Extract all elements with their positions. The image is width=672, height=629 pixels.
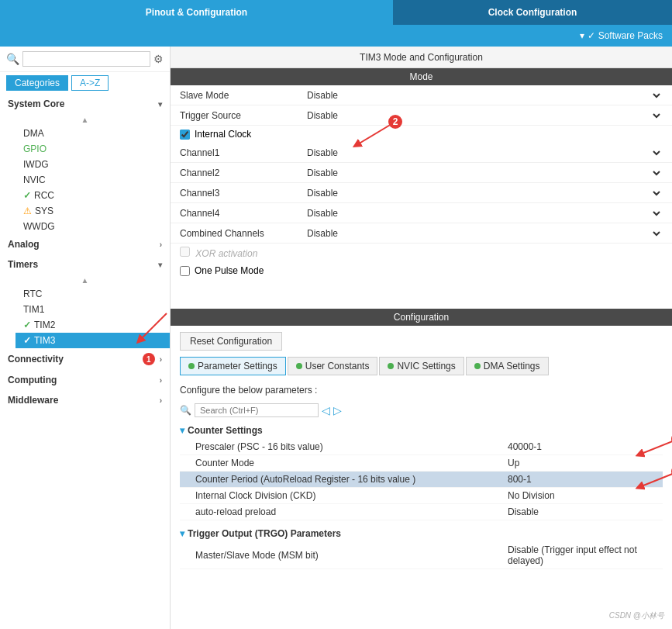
dot-icon <box>188 363 195 369</box>
dot-icon <box>474 363 481 369</box>
section-analog[interactable]: Analog › <box>0 234 170 254</box>
channel4-select[interactable]: Disable <box>304 207 663 219</box>
sub-header-left <box>0 25 393 47</box>
counter-mode-row: Counter Mode Up <box>180 455 663 472</box>
software-packs-btn[interactable]: ▾ ✓ Software Packs <box>393 25 672 47</box>
next-result-icon[interactable]: ▷ <box>333 404 342 416</box>
check-icon: ✓ <box>23 320 31 330</box>
channel1-label: Channel1 <box>180 147 304 158</box>
rcc-label: RCC <box>34 190 54 201</box>
trigger-source-row: Trigger Source Disable <box>171 105 672 126</box>
section-timers[interactable]: Timers ▾ <box>0 254 170 275</box>
chevron-down-icon: ▾ <box>158 261 162 269</box>
content-area: TIM3 Mode and Configuration Mode Slave M… <box>171 47 672 629</box>
sidebar-item-rcc[interactable]: ✓ RCC <box>16 188 170 203</box>
config-section-header: Configuration <box>171 309 672 326</box>
dot-icon <box>296 363 302 369</box>
channel4-label: Channel4 <box>180 208 304 219</box>
sidebar-item-rtc[interactable]: RTC <box>16 286 170 302</box>
counter-period-name: Counter Period (AutoReload Register - 16… <box>195 474 508 485</box>
sidebar-item-nvic[interactable]: NVIC <box>16 172 170 188</box>
sidebar-item-gpio[interactable]: GPIO <box>16 141 170 157</box>
settings-icon[interactable]: ⚙ <box>153 53 164 65</box>
parameter-search-row: 🔍 ◁ ▷ <box>171 402 672 419</box>
counter-settings-label: Counter Settings <box>188 425 263 436</box>
section-computing[interactable]: Computing › <box>0 370 170 390</box>
counter-settings-header: ▾ Counter Settings <box>180 422 663 439</box>
auto-reload-name: auto-reload preload <box>195 506 508 517</box>
tab-parameter-settings[interactable]: Parameter Settings <box>180 357 286 375</box>
gpio-label: GPIO <box>23 143 47 154</box>
slave-mode-label: Slave Mode <box>180 90 304 101</box>
warning-icon: ⚠ <box>23 206 32 216</box>
tab-categories[interactable]: Categories <box>6 75 68 91</box>
tab-user-constants[interactable]: User Constants <box>288 357 378 375</box>
check-icon: ✓ <box>23 335 31 346</box>
internal-clock-checkbox[interactable] <box>180 130 190 140</box>
chevron-right-icon: › <box>160 376 162 385</box>
trigger-source-label: Trigger Source <box>180 110 304 121</box>
svg-text:2: 2 <box>393 116 398 127</box>
tab-az[interactable]: A->Z <box>71 75 109 91</box>
chevron-right-icon: › <box>160 240 162 249</box>
counter-period-row: Counter Period (AutoReload Register - 16… <box>180 472 663 488</box>
prescaler-name: Prescaler (PSC - 16 bits value) <box>195 441 508 452</box>
section-connectivity[interactable]: Connectivity 1 › <box>0 348 170 370</box>
reset-config-button[interactable]: Reset Configuration <box>180 332 282 351</box>
sidebar-item-dma[interactable]: DMA <box>16 126 170 141</box>
channel3-select[interactable]: Disable <box>304 187 663 199</box>
collapse-icon: ▾ <box>180 425 184 436</box>
sub-header: ▾ ✓ Software Packs <box>0 25 672 47</box>
pinout-tab[interactable]: Pinout & Configuration <box>0 0 393 25</box>
master-slave-row: Master/Slave Mode (MSM bit) Disable (Tri… <box>180 542 663 569</box>
search-icon: 🔍 <box>180 405 191 416</box>
clock-division-row: Internal Clock Division (CKD) No Divisio… <box>180 488 663 504</box>
sidebar-item-sys[interactable]: ⚠ SYS <box>16 203 170 219</box>
search-icon: 🔍 <box>6 53 19 65</box>
clock-label: Clock Configuration <box>488 7 577 18</box>
tim2-label: TIM2 <box>34 320 55 330</box>
tim3-label: TIM3 <box>34 335 55 346</box>
clock-tab[interactable]: Clock Configuration <box>393 0 672 25</box>
timers-items: RTC TIM1 ✓ TIM2 ✓ TIM3 <box>0 286 170 348</box>
sidebar-item-tim3[interactable]: ✓ TIM3 <box>16 333 170 348</box>
xor-label: XOR activation <box>195 248 257 259</box>
mode-section-header: Mode <box>171 68 672 85</box>
clock-division-name: Internal Clock Division (CKD) <box>195 490 508 501</box>
sidebar-item-iwdg[interactable]: IWDG <box>16 157 170 172</box>
sidebar-item-wwdg[interactable]: WWDG <box>16 219 170 234</box>
xor-checkbox <box>180 247 190 257</box>
channel2-select[interactable]: Disable <box>304 167 663 179</box>
channel3-label: Channel3 <box>180 188 304 199</box>
scroll-up-indicator: ▲ <box>0 114 170 126</box>
sidebar-search-input[interactable] <box>22 51 150 67</box>
tim1-label: TIM1 <box>23 304 44 315</box>
prev-result-icon[interactable]: ◁ <box>322 404 330 416</box>
collapse-icon: ▾ <box>180 528 184 539</box>
section-middleware[interactable]: Middleware › <box>0 390 170 410</box>
sys-label: SYS <box>35 206 53 216</box>
dma-label: DMA <box>23 128 44 139</box>
parameter-search-input[interactable] <box>195 403 319 417</box>
slave-mode-select[interactable]: Disable <box>304 89 663 102</box>
internal-clock-label: Internal Clock <box>195 129 251 140</box>
scroll-up-timers: ▲ <box>0 275 170 286</box>
one-pulse-label: One Pulse Mode <box>195 265 264 276</box>
trigger-section-label: Trigger Output (TRGO) Parameters <box>188 528 341 539</box>
channel1-row: Channel1 Disable <box>171 143 672 163</box>
one-pulse-checkbox[interactable] <box>180 266 190 276</box>
section-analog-label: Analog <box>8 239 40 250</box>
channel2-label: Channel2 <box>180 168 304 178</box>
combined-channels-select[interactable]: Disable <box>304 227 663 240</box>
tab-dma-settings[interactable]: DMA Settings <box>466 357 549 375</box>
prescaler-row: Prescaler (PSC - 16 bits value) 40000-1 … <box>180 439 663 455</box>
chevron-right-icon: › <box>160 396 162 405</box>
annotation-arrow-1 <box>124 309 171 348</box>
tab-nvic-settings[interactable]: NVIC Settings <box>379 357 464 375</box>
combined-channels-row: Combined Channels Disable <box>171 223 672 244</box>
section-system-core[interactable]: System Core ▾ <box>0 94 170 114</box>
master-slave-value: Disable (Trigger input effect not delaye… <box>508 544 663 566</box>
slave-mode-row: Slave Mode Disable <box>171 85 672 105</box>
xor-row: XOR activation <box>171 244 672 262</box>
chevron-right-icon: › <box>160 355 162 364</box>
